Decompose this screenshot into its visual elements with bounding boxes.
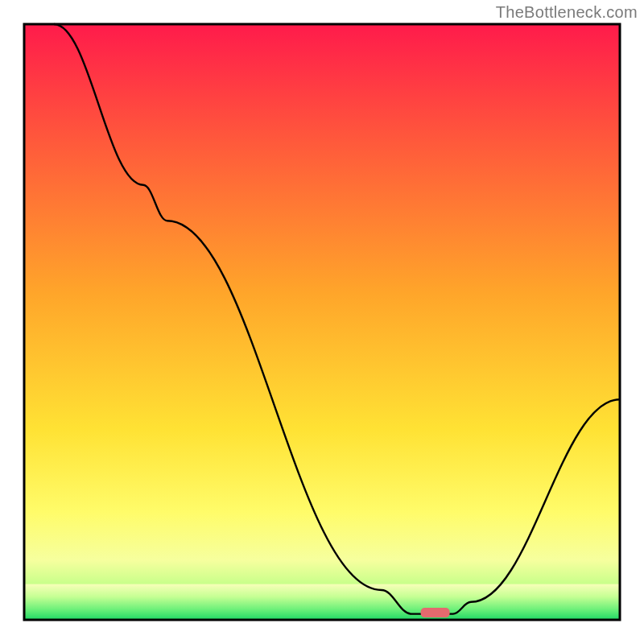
optimal-marker	[421, 608, 450, 617]
chart-svg	[0, 0, 644, 644]
watermark-text: TheBottleneck.com	[496, 3, 638, 22]
bottleneck-chart	[0, 0, 644, 644]
green-band	[24, 584, 620, 620]
